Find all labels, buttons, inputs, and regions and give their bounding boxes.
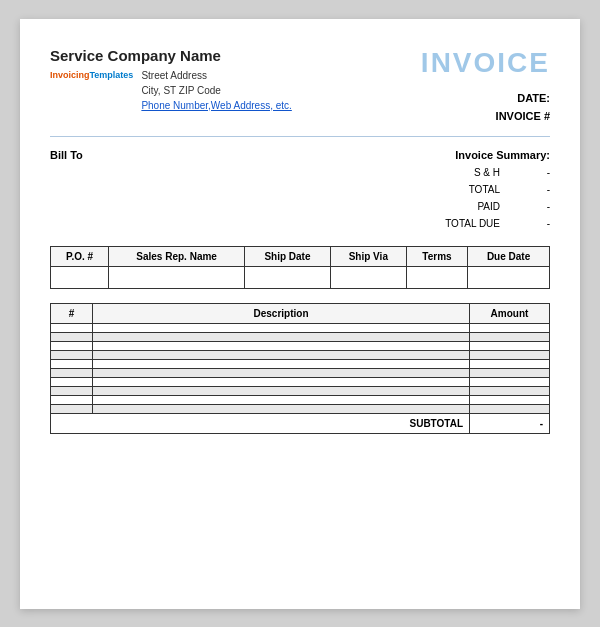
items-row xyxy=(51,404,550,413)
subtotal-value: - xyxy=(470,413,550,433)
po-cell xyxy=(330,266,406,288)
item-desc xyxy=(93,368,470,377)
item-desc xyxy=(93,377,470,386)
item-desc xyxy=(93,350,470,359)
item-amount xyxy=(470,395,550,404)
items-row xyxy=(51,341,550,350)
street-address: Street Address xyxy=(141,68,291,83)
po-cell xyxy=(109,266,245,288)
header-right: INVOICE DATE: INVOICE # xyxy=(421,47,550,126)
item-amount xyxy=(470,404,550,413)
item-desc xyxy=(93,332,470,341)
item-num xyxy=(51,350,93,359)
item-num xyxy=(51,368,93,377)
summary-block: Invoice Summary: S & H-TOTAL-PAID-TOTAL … xyxy=(350,149,550,232)
subtotal-label: SUBTOTAL xyxy=(51,413,470,433)
po-header-row: P.O. #Sales Rep. NameShip DateShip ViaTe… xyxy=(51,246,550,266)
item-desc xyxy=(93,386,470,395)
item-num xyxy=(51,404,93,413)
summary-rows: S & H-TOTAL-PAID-TOTAL DUE- xyxy=(350,164,550,232)
date-block: DATE: INVOICE # xyxy=(421,89,550,126)
po-col-header: Due Date xyxy=(468,246,550,266)
items-row xyxy=(51,332,550,341)
item-amount xyxy=(470,386,550,395)
company-name: Service Company Name xyxy=(50,47,292,64)
city-state-zip: City, ST ZIP Code xyxy=(141,83,291,98)
item-num xyxy=(51,359,93,368)
header-divider xyxy=(50,136,550,137)
logo-templates: Templates xyxy=(90,70,134,80)
summary-row-value: - xyxy=(530,181,550,198)
summary-row-label: TOTAL xyxy=(350,181,500,198)
summary-row-label: TOTAL DUE xyxy=(350,215,500,232)
items-row xyxy=(51,350,550,359)
invoice-page: Service Company Name InvoicingTemplates … xyxy=(20,19,580,609)
items-header-row: # Description Amount xyxy=(51,303,550,323)
po-col-header: Terms xyxy=(406,246,467,266)
item-amount xyxy=(470,359,550,368)
item-amount xyxy=(470,350,550,359)
po-cell xyxy=(468,266,550,288)
summary-row-value: - xyxy=(530,215,550,232)
po-cell xyxy=(406,266,467,288)
items-table: # Description Amount xyxy=(50,303,550,434)
item-amount xyxy=(470,341,550,350)
item-amount xyxy=(470,323,550,332)
po-col-header: Ship Via xyxy=(330,246,406,266)
summary-row-value: - xyxy=(530,198,550,215)
item-num xyxy=(51,332,93,341)
po-cell xyxy=(245,266,331,288)
item-num xyxy=(51,323,93,332)
item-amount xyxy=(470,332,550,341)
items-row xyxy=(51,368,550,377)
mid-section: Bill To Invoice Summary: S & H-TOTAL-PAI… xyxy=(50,149,550,232)
col-header-desc: Description xyxy=(93,303,470,323)
po-table: P.O. #Sales Rep. NameShip DateShip ViaTe… xyxy=(50,246,550,289)
item-desc xyxy=(93,323,470,332)
items-row xyxy=(51,377,550,386)
po-col-header: P.O. # xyxy=(51,246,109,266)
items-row xyxy=(51,395,550,404)
summary-row-item: TOTAL- xyxy=(350,181,550,198)
items-row xyxy=(51,359,550,368)
item-num xyxy=(51,386,93,395)
item-num xyxy=(51,395,93,404)
items-body xyxy=(51,323,550,413)
items-row xyxy=(51,386,550,395)
po-data-row xyxy=(51,266,550,288)
item-num xyxy=(51,341,93,350)
summary-row-item: TOTAL DUE- xyxy=(350,215,550,232)
logo-area: InvoicingTemplates Street Address City, … xyxy=(50,68,292,113)
item-desc xyxy=(93,359,470,368)
summary-title: Invoice Summary: xyxy=(350,149,550,161)
header: Service Company Name InvoicingTemplates … xyxy=(50,47,550,126)
summary-row-label: PAID xyxy=(350,198,500,215)
po-col-header: Ship Date xyxy=(245,246,331,266)
po-cell xyxy=(51,266,109,288)
address-block: Street Address City, ST ZIP Code Phone N… xyxy=(141,68,291,113)
phone-web-link[interactable]: Phone Number,Web Address, etc. xyxy=(141,100,291,111)
item-desc xyxy=(93,341,470,350)
po-col-header: Sales Rep. Name xyxy=(109,246,245,266)
date-label: DATE: xyxy=(421,89,550,108)
invoice-title: INVOICE xyxy=(421,47,550,79)
logo: InvoicingTemplates xyxy=(50,68,133,81)
item-desc xyxy=(93,395,470,404)
header-left: Service Company Name InvoicingTemplates … xyxy=(50,47,292,113)
invoice-num-label: INVOICE # xyxy=(421,107,550,126)
item-desc xyxy=(93,404,470,413)
summary-row-label: S & H xyxy=(350,164,500,181)
item-num xyxy=(51,377,93,386)
summary-row-item: PAID- xyxy=(350,198,550,215)
item-amount xyxy=(470,368,550,377)
bill-to-label: Bill To xyxy=(50,149,83,161)
col-header-amount: Amount xyxy=(470,303,550,323)
bill-to-block: Bill To xyxy=(50,149,83,232)
col-header-num: # xyxy=(51,303,93,323)
logo-invoicing: Invoicing xyxy=(50,70,90,80)
summary-row-value: - xyxy=(530,164,550,181)
summary-row-item: S & H- xyxy=(350,164,550,181)
items-row xyxy=(51,323,550,332)
subtotal-row: SUBTOTAL - xyxy=(51,413,550,433)
item-amount xyxy=(470,377,550,386)
